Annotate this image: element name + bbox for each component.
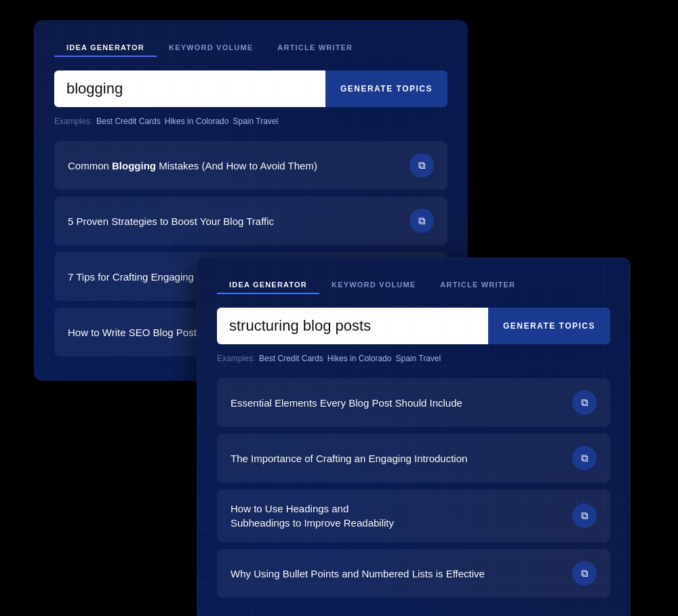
examples-label-1: Examples:: [54, 117, 92, 126]
result-item-2-4: Why Using Bullet Points and Numbered Lis…: [217, 549, 610, 598]
tab-bar-2: IDEA GENERATOR KEYWORD VOLUME ARTICLE WR…: [217, 276, 610, 294]
copy-button-2-2[interactable]: ⧉: [572, 446, 597, 470]
generate-button-1[interactable]: GENERATE TOPICS: [325, 70, 447, 107]
example-credit-cards-2[interactable]: Best Credit Cards: [259, 354, 323, 363]
copy-icon-2-1: ⧉: [581, 396, 589, 409]
result-text-2-4: Why Using Bullet Points and Numbered Lis…: [231, 567, 561, 581]
example-credit-cards-1[interactable]: Best Credit Cards: [96, 117, 161, 126]
copy-icon-2-4: ⧉: [581, 567, 589, 579]
tab-keyword-volume-1[interactable]: KEYWORD VOLUME: [157, 39, 265, 57]
examples-label-2: Examples:: [217, 354, 255, 363]
result-item-2-3: How to Use Headings andSubheadings to Im…: [217, 489, 610, 542]
tab-idea-generator-1[interactable]: IDEA GENERATOR: [54, 39, 157, 57]
tab-article-writer-2[interactable]: ARTICLE WRITER: [428, 276, 527, 294]
search-input-2[interactable]: [217, 308, 488, 344]
result-item-2-2: The Importance of Crafting an Engaging I…: [217, 434, 610, 482]
copy-icon-2-2: ⧉: [581, 452, 589, 464]
example-hikes-1[interactable]: Hikes in Colorado: [165, 117, 229, 126]
copy-button-2-3[interactable]: ⧉: [572, 504, 597, 528]
example-hikes-2[interactable]: Hikes in Colorado: [327, 354, 392, 363]
result-item-1-1: Common Blogging Mistakes (And How to Avo…: [54, 141, 447, 190]
examples-1: Examples: Best Credit Cards Hikes in Col…: [54, 117, 447, 126]
search-input-1[interactable]: [54, 70, 325, 107]
copy-icon-1-2: ⧉: [418, 215, 426, 227]
tab-keyword-volume-2[interactable]: KEYWORD VOLUME: [319, 276, 428, 294]
result-text-1-2: 5 Proven Strategies to Boost Your Blog T…: [68, 214, 399, 228]
result-text-2-2: The Importance of Crafting an Engaging I…: [231, 451, 561, 466]
copy-button-1-2[interactable]: ⧉: [410, 209, 434, 233]
result-text-2-3: How to Use Headings andSubheadings to Im…: [231, 501, 561, 530]
example-spain-1[interactable]: Spain Travel: [233, 117, 278, 126]
tab-article-writer-1[interactable]: ARTICLE WRITER: [265, 39, 365, 57]
result-text-2-1: Essential Elements Every Blog Post Shoul…: [231, 396, 561, 410]
copy-button-2-4[interactable]: ⧉: [572, 561, 597, 586]
copy-button-2-1[interactable]: ⧉: [572, 390, 597, 415]
copy-icon-1-1: ⧉: [418, 159, 426, 171]
tab-bar-1: IDEA GENERATOR KEYWORD VOLUME ARTICLE WR…: [54, 39, 447, 57]
result-item-2-1: Essential Elements Every Blog Post Shoul…: [217, 378, 610, 427]
result-text-1-1: Common Blogging Mistakes (And How to Avo…: [68, 159, 399, 173]
copy-button-1-1[interactable]: ⧉: [410, 153, 434, 178]
search-row-2: GENERATE TOPICS: [217, 308, 610, 344]
generate-button-2[interactable]: GENERATE TOPICS: [488, 308, 610, 344]
tab-idea-generator-2[interactable]: IDEA GENERATOR: [217, 276, 319, 294]
copy-icon-2-3: ⧉: [581, 510, 589, 522]
search-row-1: GENERATE TOPICS: [54, 70, 447, 107]
example-spain-2[interactable]: Spain Travel: [395, 354, 441, 363]
examples-2: Examples: Best Credit Cards Hikes in Col…: [217, 354, 610, 363]
card-structuring: IDEA GENERATOR KEYWORD VOLUME ARTICLE WR…: [197, 258, 631, 616]
result-item-1-2: 5 Proven Strategies to Boost Your Blog T…: [54, 197, 447, 245]
